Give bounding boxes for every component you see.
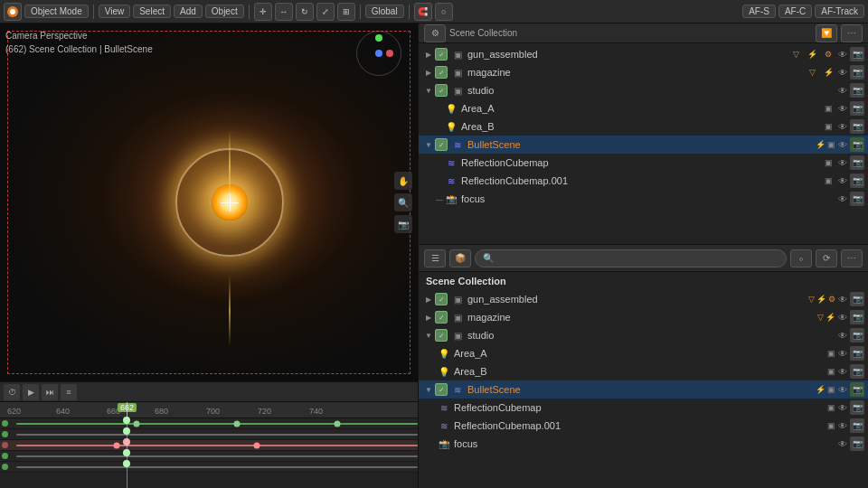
object-menu[interactable]: Object: [205, 5, 244, 18]
rotate-icon[interactable]: ↻: [296, 3, 314, 21]
b-magazine-vis[interactable]: 👁: [835, 310, 850, 324]
area-b-vis[interactable]: 👁: [835, 119, 850, 134]
b-refl2-vis[interactable]: 👁: [835, 418, 850, 433]
outliner-search[interactable]: 🔍: [475, 249, 787, 267]
outliner-icon-btn[interactable]: 📦: [449, 249, 471, 267]
viewport-hand-tool[interactable]: ✋: [394, 172, 412, 190]
magazine-render[interactable]: 📷: [850, 65, 864, 80]
timeline-play-btn[interactable]: ▶: [23, 384, 39, 400]
bottom-tree-gun[interactable]: ▶ ✓ ▣ gun_assembled ▽ ⚡ ⚙ 👁 📷: [419, 290, 868, 308]
select-menu[interactable]: Select: [133, 5, 171, 18]
label-bullet: BulletScene: [467, 139, 812, 150]
focus-render[interactable]: 📷: [850, 192, 864, 206]
b-studio-vis[interactable]: 👁: [835, 328, 850, 343]
b-area-b-render[interactable]: 📷: [850, 364, 864, 379]
bottom-tree-magazine[interactable]: ▶ ✓ ▣ magazine ▽ ⚡ 👁 📷: [419, 308, 868, 326]
af-s-btn[interactable]: AF-S: [742, 5, 776, 18]
cursor-icon[interactable]: ✛: [254, 3, 272, 21]
b-area-a-vis[interactable]: 👁: [835, 346, 850, 361]
transform-icon[interactable]: ⊞: [337, 3, 355, 21]
timeline-menu-btn[interactable]: ≡: [61, 384, 77, 400]
tree-item-refl1[interactable]: ≋ ReflectionCubemap ▣ 👁 📷: [419, 154, 868, 172]
bullet-render[interactable]: 📷: [850, 137, 864, 152]
proportional-icon[interactable]: ○: [435, 3, 453, 21]
blender-logo[interactable]: [4, 3, 22, 21]
b-gun-vis[interactable]: 👁: [835, 292, 850, 306]
af-track-btn[interactable]: AF-Track: [815, 5, 864, 18]
outliner-menu-btn[interactable]: ☰: [424, 249, 446, 267]
bullet-vis[interactable]: 👁: [835, 137, 850, 152]
scene-more-btn[interactable]: ⋯: [841, 24, 863, 42]
bottom-tree-area-a[interactable]: 💡 Area_A ▣ 👁 📷: [419, 344, 868, 362]
b-area-b-vis[interactable]: 👁: [835, 364, 850, 379]
tree-item-refl2[interactable]: ≋ ReflectionCubemap.001 ▣ 👁 📷: [419, 172, 868, 190]
snap-icon[interactable]: 🧲: [414, 3, 432, 21]
b-magazine-render[interactable]: 📷: [850, 310, 864, 324]
cb-bullet[interactable]: ✓: [435, 138, 448, 151]
magazine-vis[interactable]: 👁: [835, 65, 850, 80]
timeline-next-btn[interactable]: ⏭: [42, 384, 58, 400]
af-c-btn[interactable]: AF-C: [778, 5, 812, 18]
b-gun-render[interactable]: 📷: [850, 292, 864, 306]
refl2-vis[interactable]: 👁: [835, 174, 850, 188]
b-studio-render[interactable]: 📷: [850, 328, 864, 343]
b-refl1-render[interactable]: 📷: [850, 400, 864, 415]
bottom-tree-area-b[interactable]: 💡 Area_B ▣ 👁 📷: [419, 362, 868, 380]
gun-vis[interactable]: 👁: [835, 47, 850, 61]
transform-orientation[interactable]: Global: [365, 5, 404, 18]
b-cb-studio[interactable]: ✓: [435, 329, 448, 342]
cb-gun[interactable]: ✓: [435, 48, 448, 61]
refl2-render[interactable]: 📷: [850, 174, 864, 188]
area-a-render[interactable]: 📷: [850, 101, 864, 116]
viewport-camera-icon[interactable]: 📷: [394, 215, 412, 233]
viewport-gizmo[interactable]: [356, 31, 410, 85]
scale-icon[interactable]: ⤢: [316, 3, 335, 21]
focus-vis[interactable]: 👁: [835, 192, 850, 206]
b-focus-render[interactable]: 📷: [850, 436, 864, 451]
tree-item-area-b[interactable]: 💡 Area_B ▣ 👁 📷: [419, 117, 868, 136]
cb-magazine[interactable]: ✓: [435, 66, 448, 79]
bottom-tree-refl2[interactable]: ≋ ReflectionCubemap.001 ▣ 👁 📷: [419, 417, 868, 435]
b-refl1-vis[interactable]: 👁: [835, 400, 850, 415]
studio-vis[interactable]: 👁: [835, 83, 850, 98]
bottom-tree-focus[interactable]: 📸 focus 👁 📷: [419, 435, 868, 453]
refl1-render[interactable]: 📷: [850, 155, 864, 170]
mode-selector[interactable]: Object Mode: [24, 5, 89, 18]
tree-item-studio[interactable]: ▼ ✓ ▣ studio 👁 📷: [419, 81, 868, 99]
tree-item-magazine[interactable]: ▶ ✓ ▣ magazine ▽ ⚡ 👁 📷: [419, 63, 868, 81]
label-area-a: Area_A: [461, 103, 821, 114]
b-bullet-render[interactable]: 📷: [850, 382, 864, 397]
refl1-vis[interactable]: 👁: [835, 155, 850, 170]
b-area-a-render[interactable]: 📷: [850, 346, 864, 361]
view-menu[interactable]: View: [99, 5, 131, 18]
tree-item-bulletscene[interactable]: ▼ ✓ ≋ BulletScene ⚡ ▣ 👁 📷: [419, 136, 868, 154]
label-gun: gun_assembled: [467, 49, 788, 60]
3d-viewport[interactable]: Camera Perspective (662) Scene Collectio…: [0, 23, 418, 381]
tree-item-gun-assembled[interactable]: ▶ ✓ ▣ gun_assembled ▽ ⚡ ⚙ 👁 📷: [419, 45, 868, 63]
b-focus-vis[interactable]: 👁: [835, 436, 850, 451]
area-a-vis[interactable]: 👁: [835, 101, 850, 116]
cb-studio[interactable]: ✓: [435, 84, 448, 97]
magazine-tag1: ▽: [805, 65, 819, 80]
add-menu[interactable]: Add: [174, 5, 203, 18]
b-cb-magazine[interactable]: ✓: [435, 311, 448, 324]
viewport-zoom-tool[interactable]: 🔍: [394, 193, 412, 211]
outliner-sync-btn[interactable]: ⟳: [816, 249, 837, 267]
bottom-tree-studio[interactable]: ▼ ✓ ▣ studio 👁 📷: [419, 326, 868, 344]
area-b-render[interactable]: 📷: [850, 119, 864, 134]
outliner-more-btn[interactable]: ⋯: [841, 249, 863, 267]
scene-filter-btn[interactable]: ⚙: [424, 24, 446, 42]
b-bullet-vis[interactable]: 👁: [835, 382, 850, 397]
tree-item-area-a[interactable]: 💡 Area_A ▣ 👁 📷: [419, 99, 868, 117]
gun-render[interactable]: 📷: [850, 47, 864, 61]
outliner-filter-btn[interactable]: ⬦: [790, 249, 812, 267]
studio-render[interactable]: 📷: [850, 83, 864, 98]
bottom-tree-refl1[interactable]: ≋ ReflectionCubemap ▣ 👁 📷: [419, 399, 868, 417]
tree-item-focus[interactable]: — 📸 focus 👁 📷: [419, 190, 868, 208]
b-cb-gun[interactable]: ✓: [435, 293, 448, 305]
scene-filter2-btn[interactable]: 🔽: [816, 24, 837, 42]
b-refl2-render[interactable]: 📷: [850, 418, 864, 433]
b-cb-bullet[interactable]: ✓: [435, 383, 448, 396]
move-icon[interactable]: ↔: [275, 3, 293, 21]
bottom-tree-bulletscene[interactable]: ▼ ✓ ≋ BulletScene ⚡ ▣ 👁 📷: [419, 380, 868, 399]
